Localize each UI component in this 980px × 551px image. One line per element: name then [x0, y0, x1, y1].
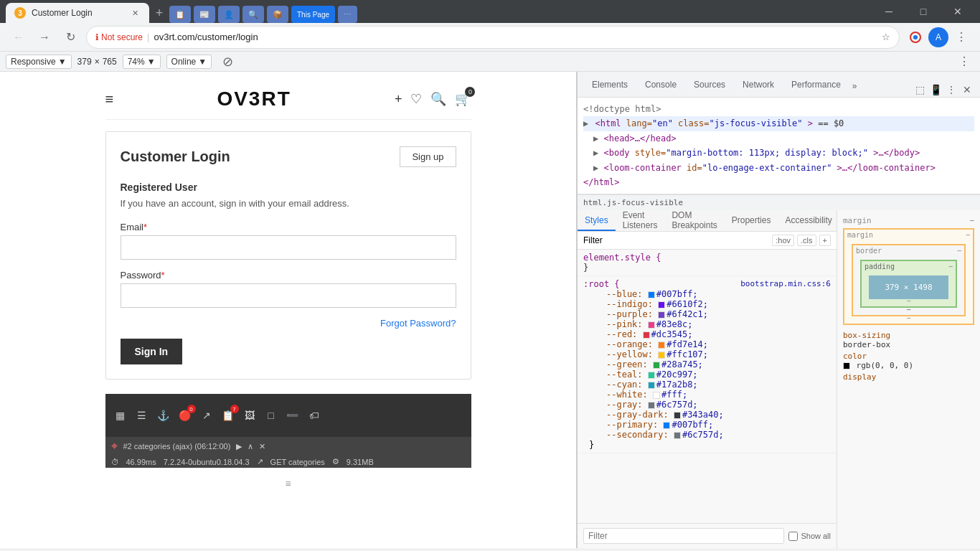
window-controls: ─ □ ✕ — [872, 0, 974, 23]
address-bar: ← → ↻ ℹ Not secure | ov3rt.com/customer/… — [0, 23, 980, 52]
tab-close-button[interactable]: ✕ — [129, 7, 141, 19]
tab-accessibility[interactable]: Accessibility — [778, 211, 837, 231]
forgot-password-link[interactable]: Forgot Password? — [121, 318, 456, 329]
url-text: ov3rt.com/customer/login — [154, 32, 258, 42]
url-bar[interactable]: ℹ Not secure | ov3rt.com/customer/login … — [86, 26, 900, 49]
devtools-control-icons: ⬚ 📱 ⋮ ✕ — [913, 83, 974, 97]
head-line[interactable]: ▶ <head>…</head> — [583, 131, 974, 146]
forward-button[interactable]: → — [34, 27, 55, 47]
reload-button[interactable]: ↻ — [60, 27, 80, 47]
other-tab[interactable]: 📋 — [169, 6, 191, 23]
signup-button[interactable]: Sign up — [400, 146, 456, 167]
tool-box[interactable]: □ — [262, 406, 281, 425]
tool-minus[interactable]: ➖ — [283, 406, 302, 425]
expand-triangle[interactable]: ▶ — [583, 118, 588, 128]
devtools-settings-icon[interactable]: ⋮ — [954, 52, 974, 72]
expand-icon[interactable]: ▶ — [236, 442, 242, 451]
prop-purple: --purple: #6f42c1; — [583, 309, 831, 319]
section-description: If you have an account, sign in with you… — [121, 197, 456, 210]
tab-console[interactable]: Console — [636, 74, 685, 97]
profile-icon[interactable]: A — [928, 27, 948, 47]
tool-anchor[interactable]: ⚓ — [154, 406, 173, 425]
tool-badge-red[interactable]: 🔴 0 — [176, 406, 194, 425]
minimize-button[interactable]: ─ — [872, 0, 905, 23]
more-options-icon[interactable]: ⊘ — [217, 52, 237, 72]
close-button[interactable]: ✕ — [941, 0, 974, 23]
tool-tag[interactable]: 🏷 — [305, 406, 324, 425]
style-source[interactable]: bootstrap.min.css:6 — [740, 279, 831, 288]
back-button[interactable]: ← — [9, 27, 29, 47]
other-tab[interactable]: 🔍 — [242, 6, 264, 23]
styles-filter-input[interactable] — [607, 235, 768, 245]
tab-styles[interactable]: Styles — [578, 211, 616, 231]
tab-network[interactable]: Network — [734, 74, 783, 97]
loom-line[interactable]: ▶ <loom-container id="lo-engage-ext-cont… — [583, 161, 974, 175]
margin-dash: − — [966, 231, 970, 239]
wishlist-icon[interactable]: ♡ — [410, 91, 422, 107]
email-input[interactable] — [121, 235, 456, 260]
html-tag-line[interactable]: ▶ <html lang="en" class="js-focus-visibl… — [583, 116, 974, 131]
sign-in-button[interactable]: Sign In — [121, 339, 183, 364]
new-tab-button[interactable]: + — [149, 3, 169, 23]
body-line[interactable]: ▶ <body style="margin-bottom: 113px; dis… — [583, 146, 974, 160]
box-model-minus[interactable]: − — [969, 216, 974, 225]
tab-properties[interactable]: Properties — [725, 211, 778, 231]
cart-icon[interactable]: 🛒 0 — [455, 91, 471, 107]
show-all-checkbox[interactable] — [788, 532, 798, 541]
tab-elements[interactable]: Elements — [583, 74, 636, 97]
devtools-bottom: Styles Event Listeners DOM Breakpoints P… — [578, 210, 980, 548]
close-loom-icon[interactable]: ✕ — [259, 442, 265, 451]
html-close-tag: </html> — [583, 177, 620, 187]
hov-button[interactable]: :hov — [772, 235, 794, 246]
devtools-settings-icon[interactable]: ⋮ — [944, 83, 958, 97]
chrome-icon[interactable] — [905, 27, 925, 47]
tool-list[interactable]: ☰ — [133, 406, 151, 425]
dimension-display: 379 × 765 — [77, 57, 117, 67]
other-tab[interactable]: 👤 — [218, 6, 240, 23]
filter-label: Filter — [583, 235, 603, 245]
other-tab[interactable]: 📦 — [267, 6, 288, 23]
cls-button[interactable]: .cls — [797, 235, 816, 246]
tool-grid[interactable]: ▦ — [111, 406, 130, 425]
tool-arrow[interactable]: ↗ — [197, 406, 216, 425]
password-form-group: Password* — [121, 270, 456, 308]
body-expand-icon[interactable]: ▶ — [593, 148, 598, 158]
clock-icon: ⏱ — [111, 458, 119, 466]
active-tab[interactable]: 3 Customer Login ✕ — [6, 3, 149, 23]
maximize-button[interactable]: □ — [907, 0, 940, 23]
other-tab[interactable]: 📰 — [194, 6, 215, 23]
zoom-selector[interactable]: 74% ▼ — [123, 55, 161, 69]
right-filter-input[interactable] — [583, 528, 784, 544]
registered-user-section: Registered User If you have an account, … — [121, 182, 456, 364]
other-tab[interactable]: ⋯ — [338, 6, 357, 23]
head-expand-icon[interactable]: ▶ — [593, 133, 598, 143]
loom-icon[interactable]: ⌖ — [111, 440, 118, 453]
network-throttle-selector[interactable]: Online ▼ — [166, 55, 212, 69]
star-icon[interactable]: ☆ — [882, 32, 890, 42]
tool-img[interactable]: 🖼 — [240, 406, 259, 425]
viewport-width: 379 — [77, 57, 92, 67]
password-input[interactable] — [121, 283, 456, 308]
forgot-password-anchor[interactable]: Forgot Password? — [380, 318, 456, 329]
add-icon[interactable]: + — [395, 92, 402, 107]
hamburger-menu-icon[interactable]: ≡ — [105, 91, 114, 108]
tab-sources[interactable]: Sources — [685, 74, 734, 97]
bottom-toolbar: ▦ ☰ ⚓ 🔴 0 ↗ 📋 7 🖼 □ ➖ 🏷 — [105, 394, 471, 437]
prop-teal: --teal: #20c997; — [583, 369, 831, 380]
responsive-selector[interactable]: Responsive ▼ — [6, 55, 72, 69]
search-icon[interactable]: 🔍 — [430, 91, 446, 107]
prop-orange: --orange: #fd7e14; — [583, 339, 831, 349]
style-rule-element: element.style { } — [578, 250, 837, 276]
other-tab-active[interactable]: This Page — [291, 6, 335, 23]
more-tabs-icon[interactable]: » — [849, 75, 860, 97]
loom-expand-icon[interactable]: ▶ — [593, 163, 598, 173]
devtools-close-icon[interactable]: ✕ — [960, 83, 974, 97]
tab-performance[interactable]: Performance — [783, 74, 849, 97]
tool-badge-red2[interactable]: 📋 7 — [219, 406, 237, 425]
device-toggle-icon[interactable]: 📱 — [928, 83, 943, 97]
up-icon[interactable]: ∧ — [248, 442, 253, 451]
root-selector-text: :root { — [583, 279, 620, 289]
more-options-icon[interactable]: ⋮ — [951, 27, 971, 47]
inspect-element-icon[interactable]: ⬚ — [913, 83, 927, 97]
add-style-button[interactable]: + — [819, 235, 831, 246]
